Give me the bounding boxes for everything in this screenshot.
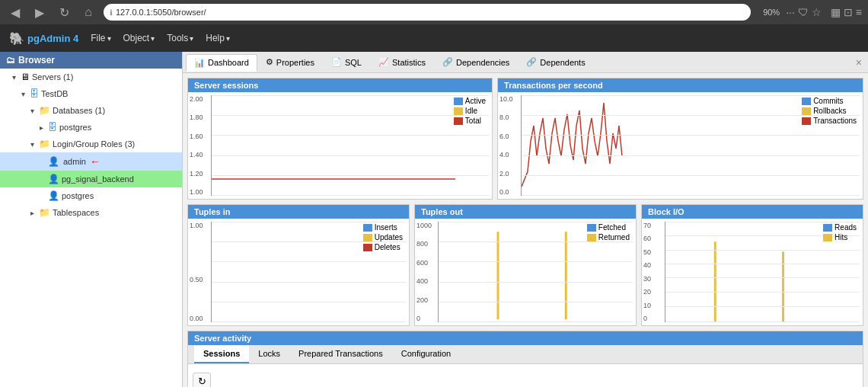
- tree-login-roles[interactable]: ▾ 📁 Login/Group Roles (3): [0, 136, 182, 152]
- tabs-bar: 📊 Dashboard ⚙ Properties 📄 SQL 📈 Statist…: [183, 52, 868, 73]
- stats-tab-label: Statistics: [392, 58, 426, 67]
- pgadmin-topbar: 🐘 pgAdmin 4 File ▾ Object ▾ Tools ▾ Help…: [0, 24, 868, 52]
- properties-tab-label: Properties: [276, 58, 314, 67]
- activity-tab-prepared[interactable]: Prepared Transactions: [289, 345, 392, 363]
- tab-properties[interactable]: ⚙ Properties: [257, 53, 323, 71]
- tuples-in-panel: Tuples in 1.00 0.50 0.00: [187, 204, 410, 326]
- help-menu[interactable]: Help ▾: [206, 33, 230, 43]
- expand-testdb: ▾: [18, 89, 27, 98]
- bookmark-icon[interactable]: ☆: [812, 6, 822, 18]
- pg-signal-label: pg_signal_backend: [62, 174, 134, 184]
- home-button[interactable]: ⌂: [79, 3, 97, 21]
- server-sessions-header: Server sessions: [188, 78, 492, 92]
- content-area: 📊 Dashboard ⚙ Properties 📄 SQL 📈 Statist…: [183, 52, 868, 387]
- tree-servers[interactable]: ▾ 🖥 Servers (1): [0, 69, 182, 85]
- tab-statistics[interactable]: 📈 Statistics: [370, 53, 434, 71]
- stats-tab-icon: 📈: [378, 57, 389, 67]
- arrow-indicator: ←: [90, 155, 101, 168]
- tree-testdb[interactable]: ▾ 🗄 TestDB: [0, 85, 182, 102]
- databases-label: Databases (1): [53, 106, 105, 115]
- hamburger-icon[interactable]: ≡: [856, 6, 862, 18]
- extensions-icon: ▦: [831, 6, 841, 18]
- transactions-legend: Commits Rollbacks Transactions: [802, 97, 857, 126]
- databases-folder-icon: 📁: [39, 105, 50, 116]
- refresh-button[interactable]: ↻: [55, 3, 73, 21]
- testdb-label: TestDB: [41, 89, 68, 98]
- tree-postgres-db[interactable]: ▸ 🗄 postgres: [0, 119, 182, 136]
- properties-tab-icon: ⚙: [266, 57, 273, 67]
- activity-panel: Server activity Sessions Locks Prepared …: [187, 331, 863, 387]
- activity-tabs: Sessions Locks Prepared Transactions Con…: [188, 345, 863, 364]
- tuples-out-legend: Fetched Returned: [587, 223, 630, 243]
- activity-header: Server activity: [188, 331, 863, 345]
- tab-dashboard[interactable]: 📊 Dashboard: [186, 54, 257, 72]
- tuples-in-header: Tuples in: [188, 205, 409, 219]
- back-button[interactable]: ◀: [6, 3, 24, 21]
- expand-admin: [37, 157, 46, 166]
- dashboard-tab-label: Dashboard: [208, 58, 249, 67]
- tuples-in-legend: Inserts Updates Deletes: [363, 223, 403, 253]
- block-io-legend: Reads Hits: [823, 223, 857, 243]
- shield-icon: 🛡: [798, 6, 809, 18]
- tuples-in-yaxis: 1.00 0.50 0.00: [190, 219, 211, 325]
- dependents-tab-icon: 🔗: [526, 57, 537, 67]
- file-arrow: ▾: [107, 34, 111, 43]
- forward-button[interactable]: ▶: [30, 3, 49, 21]
- server-sessions-body: 2.00 1.80 1.60 1.40 1.20 1.00: [188, 92, 492, 199]
- tree-databases[interactable]: ▾ 📁 Databases (1): [0, 102, 182, 119]
- more-button[interactable]: ···: [786, 6, 795, 18]
- main-layout: 🗂 Browser ▾ 🖥 Servers (1) ▾ 🗄 TestDB ▾ 📁…: [0, 52, 868, 387]
- expand-databases: ▾: [27, 106, 37, 115]
- browser-actions: ··· 🛡 ☆ ▦ ⊡ ≡: [786, 6, 862, 18]
- tools-menu[interactable]: Tools ▾: [167, 33, 193, 43]
- browser-chrome: ◀ ▶ ↻ ⌂ ℹ 127.0.0.1:5050/browser/ 90% ··…: [0, 0, 868, 24]
- tab-sql[interactable]: 📄 SQL: [323, 53, 370, 71]
- expand-postgres-user: [37, 191, 46, 200]
- pgadmin-logo: 🐘 pgAdmin 4: [9, 31, 78, 46]
- expand-login-roles: ▾: [27, 139, 37, 149]
- url-bar[interactable]: ℹ 127.0.0.1:5050/browser/: [104, 4, 751, 21]
- file-menu[interactable]: File ▾: [91, 33, 110, 43]
- transactions-panel: Transactions per second 10.0 8.0 6.0 4.0…: [497, 78, 863, 200]
- tab-dependents[interactable]: 🔗 Dependents: [518, 53, 593, 71]
- object-arrow: ▾: [151, 34, 155, 43]
- tree-admin[interactable]: 👤 admin ←: [0, 152, 182, 171]
- server-sessions-plot: [211, 95, 489, 196]
- postgres-db-label: postgres: [59, 123, 91, 132]
- tablespaces-icon: 📁: [39, 207, 50, 218]
- transactions-header: Transactions per second: [498, 78, 863, 92]
- block-io-panel: Block I/O 70 60 50 40 30 20 10 0: [641, 204, 863, 326]
- server-sessions-legend: Active Idle Total: [454, 97, 486, 126]
- object-menu[interactable]: Object ▾: [123, 33, 155, 43]
- server-sessions-yaxis: 2.00 1.80 1.60 1.40 1.20 1.00: [190, 92, 211, 199]
- elephant-icon: 🐘: [9, 31, 24, 46]
- deps-tab-label: Dependencies: [456, 58, 509, 67]
- tuples-in-body: 1.00 0.50 0.00: [188, 219, 409, 325]
- activity-refresh-button[interactable]: ↻: [193, 373, 211, 387]
- tab-dependencies[interactable]: 🔗 Dependencies: [434, 53, 518, 71]
- refresh-icon: ↻: [198, 376, 206, 387]
- expand-pg-signal: [37, 174, 46, 184]
- dependents-tab-label: Dependents: [540, 58, 585, 67]
- tree-tablespaces[interactable]: ▸ 📁 Tablespaces: [0, 204, 182, 221]
- postgres-db-icon: 🗄: [48, 122, 57, 133]
- tree-postgres-user[interactable]: 👤 postgres: [0, 187, 182, 204]
- activity-tab-locks[interactable]: Locks: [249, 345, 289, 363]
- close-tab-button[interactable]: ×: [853, 56, 865, 69]
- activity-tab-configuration[interactable]: Configuration: [392, 345, 460, 363]
- activity-tab-sessions[interactable]: Sessions: [194, 345, 249, 363]
- expand-postgres-db: ▸: [37, 123, 46, 132]
- tablespaces-label: Tablespaces: [53, 208, 99, 217]
- block-io-yaxis: 70 60 50 40 30 20 10 0: [643, 219, 665, 325]
- login-roles-icon: 📁: [39, 139, 50, 149]
- url-text: 127.0.0.1:5050/browser/: [116, 8, 206, 17]
- zoom-level: 90%: [763, 8, 780, 17]
- postgres-user-icon: 👤: [48, 190, 59, 201]
- charts-row-2: Tuples in 1.00 0.50 0.00: [187, 204, 863, 326]
- pgadmin-title: pgAdmin 4: [27, 33, 78, 44]
- sql-tab-label: SQL: [345, 58, 362, 67]
- block-io-body: 70 60 50 40 30 20 10 0: [642, 219, 863, 325]
- dashboard-tab-icon: 📊: [194, 58, 205, 68]
- split-icon: ⊡: [844, 6, 853, 18]
- tree-pg-signal[interactable]: 👤 pg_signal_backend: [0, 171, 182, 187]
